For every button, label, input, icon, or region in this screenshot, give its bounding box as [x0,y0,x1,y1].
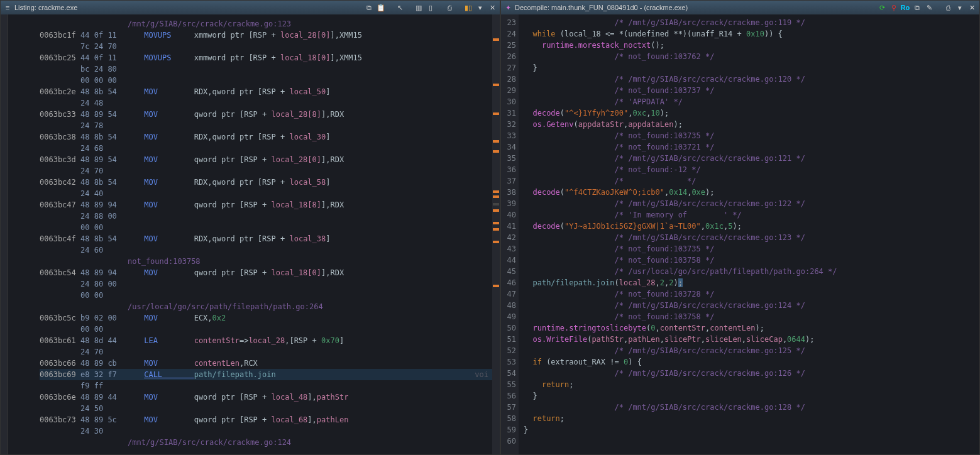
menu2-icon[interactable]: ▾ [955,3,965,13]
readonly-badge[interactable]: Ro [900,3,910,13]
decompile-panel: ✦ Decompile: main.thunk_FUN_080491d0 - (… [500,0,980,455]
fields-icon[interactable]: ▥ [414,3,424,13]
edit-icon[interactable]: ✎ [924,3,934,13]
refresh-icon[interactable]: ⟳ [877,3,887,13]
copy2-icon[interactable]: ⧉ [912,3,922,13]
listing-title-bar[interactable]: ≡ Listing: crackme.exe ⧉ 📋 ↖ ▥ ▯ ⎙ ▮▯ ▾ … [1,1,500,14]
decompile-icon: ✦ [504,3,512,12]
snapshot-icon[interactable]: ⎙ [444,3,454,13]
decompile-title: Decompile: main.thunk_FUN_080491d0 - (cr… [515,4,688,11]
close2-icon[interactable]: ✕ [967,3,977,13]
listing-panel: ≡ Listing: crackme.exe ⧉ 📋 ↖ ▥ ▯ ⎙ ▮▯ ▾ … [0,0,500,455]
tree-icon[interactable]: ⚲ [889,3,899,13]
snapshot2-icon[interactable]: ⎙ [943,3,953,13]
close-icon[interactable]: ✕ [487,3,497,13]
listing-title: Listing: crackme.exe [14,4,77,11]
menu-icon[interactable]: ▾ [475,3,485,13]
panel-icon[interactable]: ▯ [426,3,436,13]
cursor-icon[interactable]: ↖ [395,3,405,13]
toggle-icon[interactable]: ▮▯ [463,3,473,13]
listing-view[interactable]: /mnt/g/SIAB/src/crack/crackme.go:1230063… [8,14,492,454]
decompile-view[interactable]: /* /mnt/g/SIAB/src/crack/crackme.go:119 … [519,14,979,454]
overview-ruler[interactable] [492,14,500,454]
paste-icon[interactable]: 📋 [376,3,386,13]
listing-icon: ≡ [3,3,12,12]
line-number-gutter: 2324252627282930313233343536373839404142… [501,14,519,454]
address-gutter [1,14,8,454]
copy-icon[interactable]: ⧉ [364,3,374,13]
decompile-title-bar[interactable]: ✦ Decompile: main.thunk_FUN_080491d0 - (… [501,1,979,14]
